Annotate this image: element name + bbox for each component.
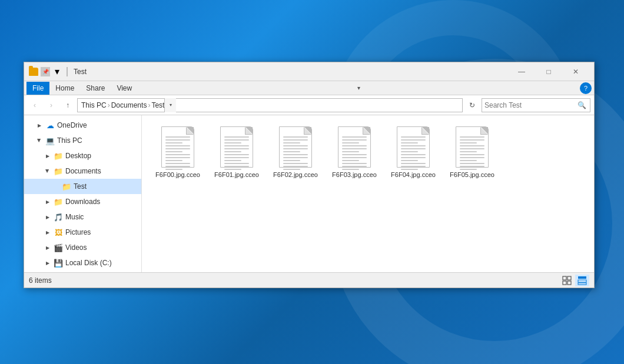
videos-icon: 🎬 (54, 243, 63, 252)
doc-line (460, 166, 484, 167)
sidebar: ▶ ☁ OneDrive ▶ 💻 This PC ▶ 📁 Desktop ▶ 📁… (24, 115, 142, 272)
menu-file[interactable]: File (26, 82, 49, 95)
svg-rect-5 (578, 280, 586, 282)
file-item-1[interactable]: F6F01.jpg.cceo (210, 121, 263, 181)
doc-line-short (401, 160, 418, 161)
doc-line-short (342, 151, 359, 152)
localdisk-icon: 💾 (54, 258, 63, 268)
sidebar-item-documents[interactable]: ▶ 📁 Documents (24, 163, 141, 179)
sidebar-label-videos: Videos (65, 243, 87, 252)
expand-arrow-onedrive: ▶ (36, 122, 43, 129)
maximize-button[interactable]: □ (535, 62, 562, 81)
doc-icon-4 (397, 126, 430, 168)
file-icon-4 (393, 123, 434, 171)
file-item-4[interactable]: F6F04.jpg.cceo (387, 121, 440, 181)
file-name-3: F6F03.jpg.cceo (332, 171, 377, 179)
sidebar-item-downloads[interactable]: ▶ 📁 Downloads (24, 194, 141, 209)
file-item-2[interactable]: F6F02.jpg.cceo (269, 121, 322, 181)
sidebar-label-documents: Documents (65, 167, 101, 175)
sidebar-item-test[interactable]: ▶ 📁 Test (24, 179, 141, 194)
forward-button[interactable]: › (44, 98, 58, 112)
doc-line-short (460, 169, 477, 170)
doc-line (283, 148, 308, 149)
title-bar: 📌 ▾ Test — □ ✕ (24, 62, 594, 81)
doc-line (224, 154, 249, 155)
file-item-0[interactable]: F6F00.jpg.cceo (151, 121, 204, 181)
doc-line (165, 139, 190, 141)
doc-line-short (224, 169, 241, 170)
menu-view[interactable]: View (111, 82, 138, 95)
doc-line (342, 148, 367, 149)
expand-arrow-localdisk: ▶ (44, 259, 51, 266)
breadcrumb-documents[interactable]: Documents (111, 101, 147, 109)
doc-line (460, 154, 484, 155)
window-title: Test (74, 68, 508, 76)
sidebar-item-pictures[interactable]: ▶ 🖼 Pictures (24, 225, 141, 240)
list-view-button[interactable] (575, 275, 589, 286)
dropdown-title-icon: ▾ (52, 67, 62, 76)
sidebar-item-thispc[interactable]: ▶ 💻 This PC (24, 133, 141, 148)
menu-share[interactable]: Share (80, 82, 111, 95)
title-bar-icons: 📌 ▾ (29, 67, 70, 76)
breadcrumb-thispc[interactable]: This PC (81, 101, 107, 109)
nav-bar: ‹ › ↑ This PC › Documents › Test ▾ ↻ 🔍 (24, 95, 594, 115)
doc-line-short (342, 160, 359, 161)
doc-line-short (460, 160, 477, 161)
doc-lines-2 (283, 136, 308, 170)
refresh-button[interactable]: ↻ (465, 98, 479, 112)
doc-line (224, 163, 249, 164)
search-icon[interactable]: 🔍 (576, 99, 588, 111)
doc-line (283, 154, 308, 155)
thispc-icon: 💻 (45, 136, 55, 145)
doc-line-short (283, 169, 300, 170)
grid-view-button[interactable] (560, 275, 574, 286)
address-dropdown-button[interactable]: ▾ (164, 98, 176, 112)
file-name-2: F6F02.jpg.cceo (273, 171, 318, 179)
doc-line (342, 157, 367, 158)
search-input[interactable] (484, 101, 576, 109)
breadcrumb-test[interactable]: Test (151, 101, 164, 109)
expand-arrow-thispc: ▶ (36, 137, 43, 144)
sidebar-item-localdisk[interactable]: ▶ 💾 Local Disk (C:) (24, 255, 141, 271)
onedrive-icon: ☁ (45, 121, 55, 130)
doc-icon-3 (338, 126, 371, 168)
file-item-5[interactable]: F6F05.jpg.cceo (446, 121, 499, 181)
doc-lines-1 (224, 136, 249, 170)
svg-rect-0 (563, 276, 566, 280)
doc-line (283, 136, 308, 138)
doc-line (401, 136, 426, 138)
file-item-3[interactable]: F6F03.jpg.cceo (328, 121, 381, 181)
sidebar-item-music[interactable]: ▶ 🎵 Music (24, 209, 141, 225)
expand-arrow-desktop: ▶ (44, 152, 51, 159)
doc-line (460, 148, 484, 149)
doc-line (165, 157, 190, 158)
doc-line-short (460, 142, 477, 143)
sidebar-label-music: Music (65, 213, 84, 221)
minimize-button[interactable]: — (508, 62, 535, 81)
view-buttons (560, 275, 589, 286)
back-button[interactable]: ‹ (28, 98, 42, 112)
doc-icon-5 (456, 126, 489, 168)
sidebar-label-downloads: Downloads (65, 198, 100, 206)
help-button[interactable]: ? (580, 82, 592, 94)
doc-line-short (224, 151, 241, 152)
doc-icon-0 (161, 126, 194, 168)
up-button[interactable]: ↑ (61, 98, 75, 112)
doc-line (224, 139, 249, 141)
folder-icon-title (29, 68, 38, 76)
list-view-icon (577, 276, 587, 285)
expand-arrow-downloads: ▶ (44, 198, 51, 205)
expand-arrow-pictures: ▶ (44, 229, 51, 236)
doc-line-short (283, 151, 300, 152)
doc-line-short (460, 151, 477, 152)
downloads-icon: 📁 (54, 197, 63, 206)
doc-line (165, 166, 190, 167)
sidebar-item-onedrive[interactable]: ▶ ☁ OneDrive (24, 118, 141, 133)
sidebar-item-videos[interactable]: ▶ 🎬 Videos (24, 240, 141, 255)
sidebar-item-desktop[interactable]: ▶ 📁 Desktop (24, 148, 141, 163)
menu-home[interactable]: Home (49, 82, 80, 95)
close-button[interactable]: ✕ (562, 62, 589, 81)
address-bar[interactable]: This PC › Documents › Test ▾ (77, 98, 463, 112)
svg-rect-2 (563, 281, 566, 285)
menu-dropdown-icon: ▾ (354, 84, 364, 92)
